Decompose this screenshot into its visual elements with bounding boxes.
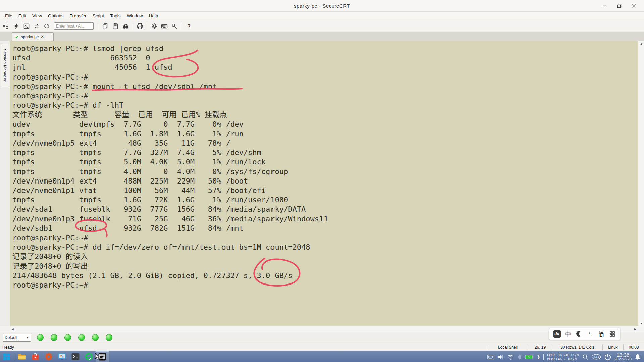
taskbar-clock[interactable]: 13:36 2022/3/20 [614,353,632,361]
tray-expand-chevron[interactable]: ❯ [537,354,540,359]
svg-text:?: ? [187,23,191,29]
menu-tools[interactable]: Tools [107,12,124,19]
session-manager-icon[interactable] [2,22,11,31]
disconnect-icon[interactable] [42,22,51,31]
scroll-right-icon[interactable]: ▶ [632,326,638,332]
system-monitor-button[interactable] [55,351,69,362]
clock-date: 2022/3/20 [614,357,632,361]
volume-icon[interactable] [497,354,504,360]
scroll-left-icon[interactable]: ◀ [10,326,15,332]
bluetooth-icon[interactable] [517,354,522,360]
halfmoon-width-toggle-icon[interactable] [575,329,584,338]
print-icon[interactable] [135,22,145,31]
status-shell-type: Local Shell [488,344,528,350]
clock-time: 13:36 [614,353,632,357]
main-area: Session Manager root@sparky-PC:~# lsmod … [0,41,644,326]
intel-tray-icon[interactable]: intel [592,354,601,360]
reconnect-icon[interactable] [32,22,41,31]
menu-view[interactable]: View [29,12,45,19]
tab-bar: ✔ sparky-pc ✕ [0,32,644,41]
led-button-2[interactable] [51,334,57,341]
led-button-5[interactable] [92,334,99,341]
wifi-icon[interactable] [507,354,514,360]
led-button-4[interactable] [78,334,85,341]
screen: sparky-pc - SecureCRT FileEditViewOption… [0,0,644,362]
help-icon[interactable]: ? [184,22,194,31]
options-icon[interactable] [150,22,159,31]
status-bar: Ready Local Shell 26, 19 30 Rows, 141 Co… [0,343,644,351]
led-buttons [37,334,112,341]
simplified-chinese-toggle[interactable]: 简 [597,329,606,338]
app-store-button[interactable] [29,351,42,362]
baidu-ime-icon[interactable]: du [553,329,561,338]
power-icon[interactable] [604,353,611,361]
menu-options[interactable]: Options [45,12,67,19]
menu-file[interactable]: File [2,12,15,19]
tab-sparky-pc[interactable]: ✔ sparky-pc ✕ [12,32,54,41]
tab-close-icon[interactable]: ✕ [41,34,44,39]
chevron-down-icon: ▼ [26,336,29,339]
session-manager-strip: Session Manager [0,41,9,326]
menu-bar: FileEditViewOptionsTransferScriptToolsWi… [0,11,644,20]
scroll-down-icon[interactable]: ▼ [638,321,644,326]
keymap-select[interactable]: Default ▼ [3,334,31,342]
settings-button[interactable] [42,351,55,362]
tray-separator [543,354,544,360]
keyboard-map-icon[interactable] [160,22,169,31]
toolbar-separator [147,23,147,30]
toolbar: ? [0,20,644,32]
restore-button[interactable] [612,0,627,11]
cpu-mem-monitor[interactable]: CPU: 3% ▴0.1K/s MEM:14% ▾ 0K/s [547,353,579,361]
file-explorer-button[interactable] [15,351,29,362]
menu-help[interactable]: Help [146,12,161,19]
find-icon[interactable] [121,22,130,31]
minimize-button[interactable] [597,0,612,11]
copy-icon[interactable] [101,22,110,31]
host-input[interactable] [54,22,94,30]
status-terminal-size: 30 Rows, 141 Cols [552,344,602,350]
status-cursor-position: 26, 19 [528,344,552,350]
ime-language-bar: du 中 °, 简 [549,328,620,340]
search-icon[interactable] [582,354,589,360]
session-manager-tab[interactable]: Session Manager [1,43,9,87]
vertical-scrollbar[interactable]: ▲ ▼ [638,41,644,326]
menu-transfer[interactable]: Transfer [67,12,90,19]
punctuation-toggle[interactable]: °, [586,329,595,338]
menu-script[interactable]: Script [89,12,107,19]
key-icon[interactable] [170,22,179,31]
system-tray: ❯ CPU: 3% ▴0.1K/s MEM:14% ▾ 0K/s intel [487,351,644,362]
close-button[interactable] [627,0,641,11]
battery-icon[interactable] [525,354,534,360]
toolbar-separator [98,23,98,30]
window-title: sparky-pc - SecureCRT [294,3,350,9]
window-controls [597,0,641,11]
tab-label: sparky-pc [21,35,39,39]
cpu-line: CPU: 3% ▴0.1K/s [547,353,579,357]
terminal-window-icon[interactable] [22,22,31,31]
svg-text:intel: intel [594,356,599,359]
menu-edit[interactable]: Edit [15,12,29,19]
quick-connect-icon[interactable] [12,22,21,31]
terminal-area[interactable]: root@sparky-PC:~# lsmod |grep ufsd ufsd … [10,41,638,326]
browser-button[interactable] [82,351,96,362]
notification-bell-icon[interactable] [635,354,641,360]
session-manager-label: Session Manager [3,49,7,82]
scroll-up-icon[interactable]: ▲ [638,41,644,46]
ime-menu-grid-icon[interactable] [608,329,617,338]
toolbar-separator [133,23,133,30]
terminal-app-button[interactable] [69,351,82,362]
led-button-6[interactable] [106,334,112,341]
status-emulation: Linux [602,344,623,350]
chinese-mode-toggle[interactable]: 中 [564,329,573,338]
led-button-3[interactable] [64,334,71,341]
du-badge: du [553,330,561,338]
paste-icon[interactable] [111,22,120,31]
terminal-output[interactable]: root@sparky-PC:~# lsmod |grep ufsd ufsd … [12,44,328,290]
led-button-1[interactable] [37,334,44,341]
ime-keyboard-icon[interactable] [487,354,494,360]
title-bar: sparky-pc - SecureCRT [0,0,644,11]
button-bar: Default ▼ [0,332,644,343]
menu-window[interactable]: Window [123,12,146,19]
status-ready: Ready [0,345,488,350]
start-button[interactable] [0,351,13,362]
